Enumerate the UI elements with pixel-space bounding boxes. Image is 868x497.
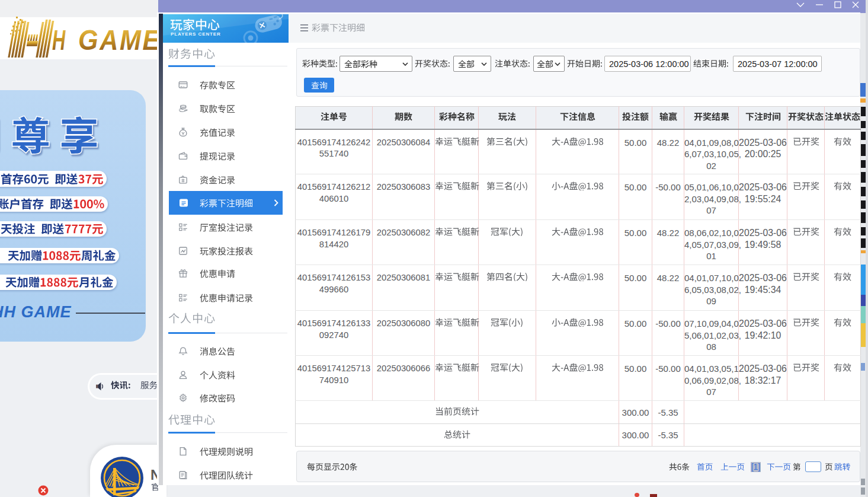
svg-text:H: H — [52, 24, 66, 56]
svg-text:GAME: GAME — [78, 23, 157, 56]
